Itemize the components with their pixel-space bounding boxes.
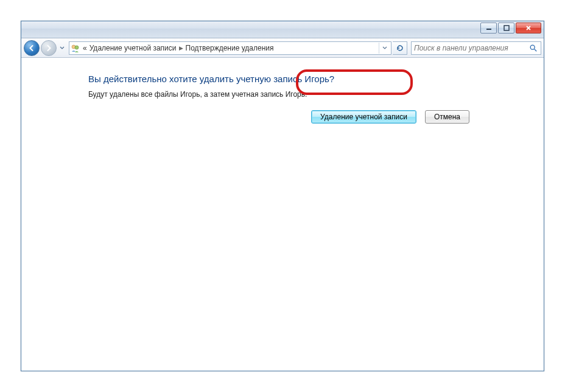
page-heading: Вы действительно хотите удалить учетную …: [88, 74, 477, 84]
breadcrumb-item[interactable]: Подтверждение удаления: [186, 44, 274, 52]
action-buttons: Удаление учетной записи Отмена: [311, 110, 469, 124]
search-input[interactable]: [414, 44, 528, 52]
nav-back-button[interactable]: [24, 40, 40, 56]
svg-point-3: [75, 46, 79, 49]
svg-rect-0: [486, 29, 491, 30]
chevron-right-icon: ▶: [179, 45, 183, 51]
control-panel-window: « Удаление учетной записи ▶ Подтверждени…: [21, 21, 544, 371]
address-bar[interactable]: « Удаление учетной записи ▶ Подтверждени…: [69, 41, 391, 55]
user-accounts-icon: [71, 43, 80, 53]
maximize-button[interactable]: [498, 23, 514, 33]
search-box[interactable]: [411, 41, 541, 55]
close-button[interactable]: [516, 23, 541, 33]
nav-forward-button[interactable]: [41, 40, 57, 56]
minimize-button[interactable]: [480, 23, 497, 33]
cancel-button[interactable]: Отмена: [425, 110, 469, 124]
refresh-button[interactable]: [393, 41, 407, 55]
svg-rect-1: [504, 26, 509, 30]
svg-line-5: [535, 49, 537, 51]
titlebar: [21, 21, 544, 38]
address-dropdown[interactable]: [379, 43, 390, 54]
svg-point-4: [530, 45, 535, 49]
nav-history-dropdown[interactable]: [58, 40, 66, 56]
page-description: Будут удалены все файлы Игорь, а затем у…: [88, 90, 477, 99]
search-icon: [528, 43, 538, 53]
navigation-bar: « Удаление учетной записи ▶ Подтверждени…: [21, 38, 544, 58]
breadcrumb: « Удаление учетной записи ▶ Подтверждени…: [83, 44, 273, 52]
breadcrumb-prefix: «: [83, 44, 87, 52]
breadcrumb-item[interactable]: Удаление учетной записи: [89, 44, 177, 52]
delete-account-button[interactable]: Удаление учетной записи: [311, 110, 416, 124]
content-area: Вы действительно хотите удалить учетную …: [21, 58, 544, 371]
